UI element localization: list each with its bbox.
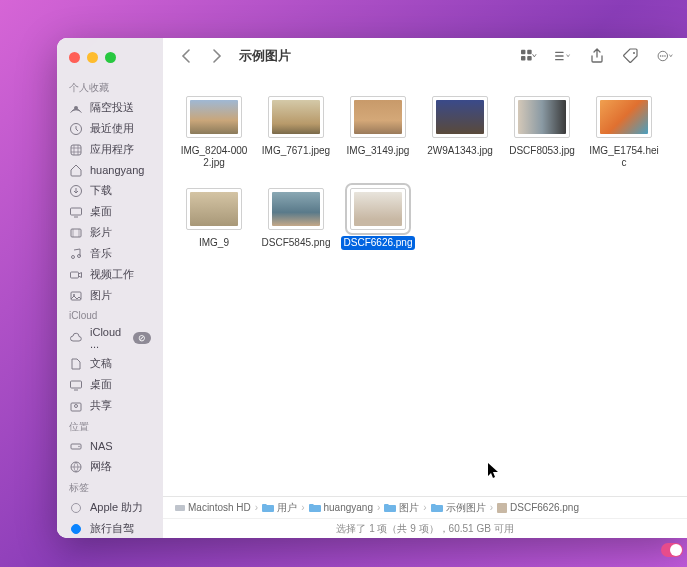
file-item[interactable]: DSCF8053.jpg	[501, 96, 583, 170]
status-free-space: 60.51 GB 可用	[449, 522, 514, 536]
svg-rect-19	[521, 56, 525, 60]
file-thumbnail	[432, 96, 488, 138]
sidebar-item[interactable]: 应用程序	[57, 139, 163, 160]
breadcrumb-item[interactable]: DSCF6626.png	[497, 502, 579, 513]
music-icon	[69, 247, 83, 261]
file-thumbnail	[350, 96, 406, 138]
system-toggle[interactable]	[661, 543, 683, 557]
sidebar-item-label: 旅行自驾	[90, 521, 134, 536]
file-name: 2W9A1343.jpg	[424, 144, 496, 158]
sidebar-item-label: 图片	[90, 288, 112, 303]
file-thumbnail	[186, 188, 242, 230]
file-thumbnail	[350, 188, 406, 230]
file-thumbnail	[268, 188, 324, 230]
status-selection: 选择了 1 项（共 9 项），	[336, 522, 448, 536]
breadcrumb-label: DSCF6626.png	[510, 502, 579, 513]
drive-icon	[69, 439, 83, 453]
file-item[interactable]: 2W9A1343.jpg	[419, 96, 501, 170]
sidebar-item[interactable]: NAS	[57, 436, 163, 456]
sidebar-item-label: 共享	[90, 398, 112, 413]
sidebar-item-label: 视频工作	[90, 267, 134, 282]
airdrop-icon	[69, 101, 83, 115]
file-item[interactable]: IMG_7671.jpeg	[255, 96, 337, 170]
sidebar-item[interactable]: 网络	[57, 456, 163, 477]
file-name: IMG_7671.jpeg	[259, 144, 333, 158]
sidebar-item[interactable]: 隔空投送	[57, 97, 163, 118]
zoom-window-button[interactable]	[105, 52, 116, 63]
sidebar-item-label: 文稿	[90, 356, 112, 371]
tag-blue-icon	[69, 522, 83, 536]
breadcrumb-item[interactable]: Macintosh HD	[175, 502, 251, 513]
finder-window: 个人收藏隔空投送最近使用应用程序huangyang下载桌面影片音乐视频工作图片i…	[57, 38, 687, 538]
sidebar-item[interactable]: 最近使用	[57, 118, 163, 139]
globe-icon	[69, 460, 83, 474]
file-name: DSCF8053.jpg	[506, 144, 578, 158]
breadcrumb-separator: ›	[255, 502, 258, 513]
group-by-button[interactable]	[555, 48, 571, 64]
file-item[interactable]: IMG_E1754.heic	[583, 96, 665, 170]
file-item[interactable]: DSCF5845.png	[255, 188, 337, 250]
disk-icon	[175, 503, 185, 513]
sidebar-item[interactable]: 桌面	[57, 201, 163, 222]
sidebar-item[interactable]: 旅行自驾	[57, 518, 163, 538]
view-icon-grid-button[interactable]	[521, 48, 537, 64]
sidebar-item[interactable]: 音乐	[57, 243, 163, 264]
file-item[interactable]: IMG_8204-0002.jpg	[173, 96, 255, 170]
file-thumbnail	[514, 96, 570, 138]
breadcrumb-item[interactable]: 示例图片	[431, 501, 486, 515]
svg-rect-5	[71, 229, 81, 237]
cloud-icon	[69, 331, 83, 345]
sidebar-item[interactable]: 下载	[57, 180, 163, 201]
breadcrumb-item[interactable]: 图片	[384, 501, 419, 515]
sidebar-section-header: 个人收藏	[57, 77, 163, 97]
file-item[interactable]: IMG_3149.jpg	[337, 96, 419, 170]
breadcrumb-label: Macintosh HD	[188, 502, 251, 513]
breadcrumb-label: huangyang	[324, 502, 374, 513]
svg-rect-20	[527, 56, 531, 60]
svg-rect-8	[71, 272, 79, 278]
svg-rect-9	[71, 292, 81, 300]
breadcrumb-label: 图片	[399, 501, 419, 515]
svg-point-24	[633, 52, 635, 54]
sidebar-item[interactable]: 影片	[57, 222, 163, 243]
file-name: IMG_E1754.heic	[585, 144, 663, 170]
sidebar-item-label: Apple 助力	[90, 500, 143, 515]
breadcrumb-item[interactable]: 用户	[262, 501, 297, 515]
sidebar-item[interactable]: 共享	[57, 395, 163, 416]
svg-rect-22	[555, 55, 564, 56]
file-name: DSCF6626.png	[341, 236, 416, 250]
svg-rect-23	[555, 58, 564, 59]
sidebar-item[interactable]: 图片	[57, 285, 163, 306]
sidebar-item-label: 桌面	[90, 204, 112, 219]
sidebar-item[interactable]: iCloud ...⊘	[57, 323, 163, 353]
sidebar-item[interactable]: 桌面	[57, 374, 163, 395]
action-menu-button[interactable]	[657, 48, 673, 64]
sidebar-item[interactable]: 视频工作	[57, 264, 163, 285]
file-item[interactable]: IMG_9	[173, 188, 255, 250]
breadcrumb-separator: ›	[377, 502, 380, 513]
close-window-button[interactable]	[69, 52, 80, 63]
file-item[interactable]: DSCF6626.png	[337, 188, 419, 250]
sidebar-item[interactable]: 文稿	[57, 353, 163, 374]
sidebar-item[interactable]: huangyang	[57, 160, 163, 180]
sidebar-section-header: 标签	[57, 477, 163, 497]
status-bar: 选择了 1 项（共 9 项）， 60.51 GB 可用	[163, 518, 687, 538]
movie-icon	[69, 226, 83, 240]
sidebar-item[interactable]: Apple 助力	[57, 497, 163, 518]
svg-point-28	[664, 55, 665, 56]
svg-point-26	[660, 55, 661, 56]
sidebar-item-label: 桌面	[90, 377, 112, 392]
window-title: 示例图片	[239, 47, 291, 65]
forward-button[interactable]	[209, 48, 225, 64]
folder-icon	[262, 503, 274, 513]
breadcrumb-label: 示例图片	[446, 501, 486, 515]
breadcrumb-item[interactable]: huangyang	[309, 502, 374, 513]
file-grid[interactable]: IMG_8204-0002.jpgIMG_7671.jpegIMG_3149.j…	[163, 74, 687, 496]
back-button[interactable]	[177, 48, 193, 64]
minimize-window-button[interactable]	[87, 52, 98, 63]
breadcrumb-separator: ›	[490, 502, 493, 513]
tag-button[interactable]	[623, 48, 639, 64]
window-controls	[57, 46, 163, 77]
share-button[interactable]	[589, 48, 605, 64]
file-name: IMG_3149.jpg	[344, 144, 413, 158]
